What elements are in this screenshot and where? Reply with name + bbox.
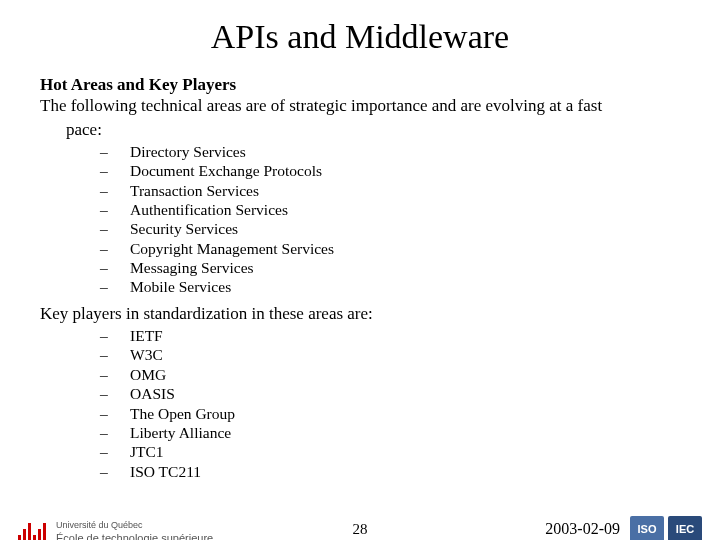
ets-line1: Université du Québec [56, 521, 213, 531]
list-item: Liberty Alliance [100, 423, 680, 442]
slide: APIs and Middleware Hot Areas and Key Pl… [0, 18, 720, 540]
areas-list: Directory Services Document Exchange Pro… [40, 142, 680, 297]
list-item: W3C [100, 345, 680, 364]
list-item: IETF [100, 326, 680, 345]
intro-line1: The following technical areas are of str… [40, 95, 680, 116]
ets-logo-text: Université du Québec École de technologi… [56, 521, 213, 540]
slide-title: APIs and Middleware [0, 18, 720, 56]
footer: Université du Québec École de technologi… [0, 504, 720, 540]
players-list: IETF W3C OMG OASIS The Open Group Libert… [40, 326, 680, 481]
list-item: Mobile Services [100, 277, 680, 296]
list-item: Authentification Services [100, 200, 680, 219]
list-item: OMG [100, 365, 680, 384]
list-item: Security Services [100, 219, 680, 238]
ets-logo: Université du Québec École de technologi… [18, 521, 213, 540]
list-item: JTC1 [100, 442, 680, 461]
list-item: The Open Group [100, 404, 680, 423]
players-intro: Key players in standardization in these … [40, 303, 680, 324]
intro-line2: pace: [40, 119, 680, 140]
ets-logo-icon [18, 523, 48, 541]
list-item: Document Exchange Protocols [100, 161, 680, 180]
subheading: Hot Areas and Key Players [40, 74, 680, 95]
iso-logo-icon: ISO [630, 516, 664, 540]
slide-content: Hot Areas and Key Players The following … [0, 74, 720, 481]
list-item: Messaging Services [100, 258, 680, 277]
list-item: Copyright Management Services [100, 239, 680, 258]
list-item: ISO TC211 [100, 462, 680, 481]
ets-line2: École de technologie supérieure [56, 532, 213, 540]
iec-logo-icon: IEC [668, 516, 702, 540]
standards-logos: ISO IEC [630, 516, 702, 540]
footer-date: 2003-02-09 [545, 520, 620, 538]
list-item: Directory Services [100, 142, 680, 161]
list-item: OASIS [100, 384, 680, 403]
list-item: Transaction Services [100, 181, 680, 200]
